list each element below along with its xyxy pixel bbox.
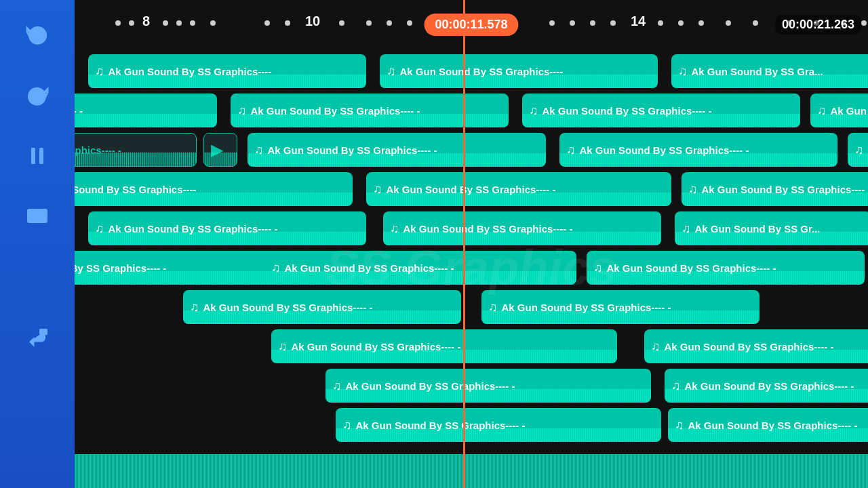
audio-clip[interactable]: ♫Ak Gun Sound By SS Graphics---- bbox=[380, 54, 658, 88]
ruler-dot bbox=[176, 20, 182, 26]
ruler-dot bbox=[678, 20, 684, 26]
audio-clip[interactable]: ♫...Gun Sound By SS Graphics---- bbox=[75, 172, 353, 206]
svg-rect-2 bbox=[27, 209, 47, 223]
audio-clip[interactable]: ♫Ak Gun Sound By SS Graphics---- - bbox=[336, 408, 661, 442]
audio-clip[interactable]: ♫Ak Gun Sound By SS Graphics---- - bbox=[383, 211, 661, 245]
ruler-dot bbox=[210, 20, 216, 26]
timeline-area: SS Graphics ♫Ak Gun Sound By SS Graphics… bbox=[75, 47, 868, 488]
svg-rect-9 bbox=[39, 329, 47, 335]
ruler-dot bbox=[861, 20, 867, 26]
bottom-waveform bbox=[75, 454, 868, 488]
ruler-dot bbox=[264, 20, 270, 26]
ruler-mark-14: 14 bbox=[631, 14, 646, 29]
ruler-dot bbox=[570, 20, 575, 26]
ruler-dot bbox=[753, 20, 758, 26]
ruler-dot bbox=[366, 20, 372, 26]
audio-clip[interactable]: ♫Ak Gun Sound By SS Graphics---- - bbox=[682, 172, 868, 206]
audio-clip[interactable]: ♫Ak Gun Sound By SS Graphics---- - bbox=[326, 369, 651, 403]
ruler-dot bbox=[407, 20, 412, 26]
ruler-dot bbox=[339, 20, 344, 26]
ruler-dot bbox=[285, 20, 290, 26]
audio-clip[interactable]: ♫Ak Gun Sound By SS Graphics---- - bbox=[668, 408, 868, 442]
ruler-dot bbox=[590, 20, 595, 26]
audio-clip[interactable]: ♫Ak Gun Sound By SS Graphics---- - bbox=[183, 290, 461, 324]
audio-clip[interactable]: ♫Ak Gun Sound By SS Graphics---- - bbox=[271, 329, 617, 363]
audio-clip[interactable]: ♫...ies---- - bbox=[75, 94, 217, 127]
ruler-dot bbox=[698, 20, 704, 26]
redo-button[interactable] bbox=[17, 75, 58, 115]
audio-clip[interactable]: ♫Ak Gun Sound By SS Graphics---- bbox=[88, 54, 366, 88]
audio-clip[interactable]: ♫Ak Gun Sound By SS Graphics---- - bbox=[587, 251, 865, 285]
svg-rect-0 bbox=[31, 148, 35, 164]
import-button[interactable] bbox=[17, 319, 58, 359]
playhead-time-badge: 00:00:11.578 bbox=[424, 14, 518, 36]
audio-clip[interactable]: ♫Ak Gun Sound By SS Graphics---- - bbox=[644, 329, 868, 363]
sidebar bbox=[0, 0, 75, 488]
audio-clip[interactable]: ♫Ak Gun Sound By SS Graphics---- - bbox=[88, 211, 366, 245]
add-track-button[interactable] bbox=[17, 258, 58, 298]
svg-rect-1 bbox=[39, 148, 43, 164]
audio-clip[interactable]: ♫Ak Gr... bbox=[848, 133, 868, 167]
ruler-dot bbox=[549, 20, 555, 26]
ruler-dot bbox=[190, 20, 195, 26]
total-time-display: 00:00:21.263 bbox=[775, 15, 861, 35]
audio-clip[interactable]: ♫Ak Gun Sound By SS Graphics---- - bbox=[248, 133, 546, 167]
undo-button[interactable] bbox=[17, 14, 58, 54]
ruler-dot bbox=[658, 20, 663, 26]
ruler-dot bbox=[115, 20, 121, 26]
audio-clip[interactable]: ♫Ak Gun Sound By SS Graphics---- - bbox=[522, 94, 800, 127]
audio-clip[interactable]: ♫Ak Gun Sound By SS Graphics---- - bbox=[231, 94, 509, 127]
playhead-line bbox=[463, 0, 465, 488]
audio-clip[interactable]: ♫Ak Gun Sound By SS Graphics---- - bbox=[481, 290, 760, 324]
audio-clip-play[interactable]: ▶ bbox=[203, 133, 237, 167]
ruler-dot bbox=[387, 20, 392, 26]
ruler-dot bbox=[726, 20, 731, 26]
pause-button[interactable] bbox=[17, 136, 58, 176]
audio-clip[interactable]: ♫Ak Gun Sound By SS Graphics---- - bbox=[264, 251, 576, 285]
ruler-mark-10: 10 bbox=[305, 14, 320, 29]
ruler-mark-8: 8 bbox=[142, 14, 150, 29]
preview-button[interactable] bbox=[17, 197, 58, 237]
audio-clip-dark[interactable]: ♫SS Graphics---- - bbox=[75, 133, 197, 167]
audio-clip[interactable]: ♫Ak Gun Sound By SS Gra... bbox=[671, 54, 868, 88]
audio-clip[interactable]: ♫Ak Gun Sound By SS Graphics---- - bbox=[665, 369, 868, 403]
audio-clip[interactable]: ♫Ak Gun Sound By SS Graphics---- - bbox=[366, 172, 671, 206]
audio-clip[interactable]: ♫Ak Gun Sound By SS Graphics---- - bbox=[559, 133, 837, 167]
ruler-dot bbox=[163, 20, 168, 26]
audio-clip[interactable]: ♫Ak Gun Sound... bbox=[810, 94, 868, 127]
ruler-dot bbox=[129, 20, 134, 26]
timeline-ruler: 8 10 14 00:00:11.578 00:00:21.263 bbox=[75, 0, 868, 47]
ruler-dot bbox=[610, 20, 616, 26]
audio-clip[interactable]: ♫Ak Gun Sound By SS Gr... bbox=[675, 211, 868, 245]
